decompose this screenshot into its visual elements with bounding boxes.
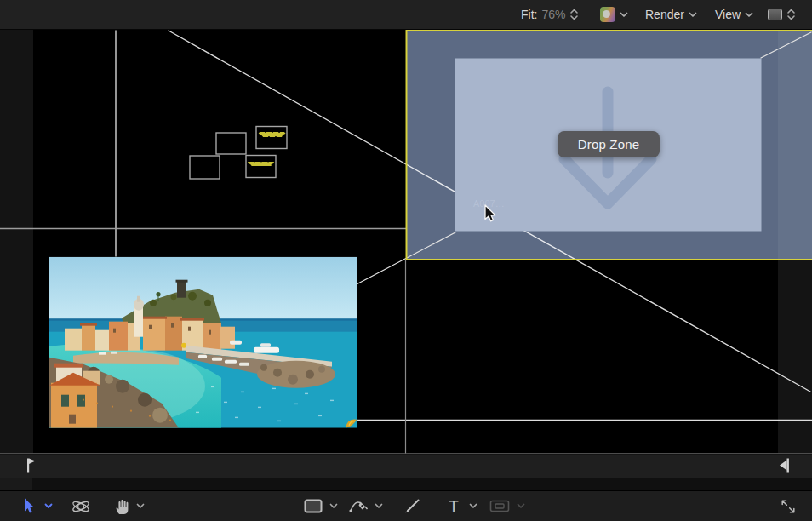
mask-tool-button-disabled — [489, 491, 511, 521]
text-tool-menu-chevron[interactable] — [467, 491, 479, 521]
canvas-toolbar: Fit: 76% Render View — [0, 0, 812, 30]
text-tool-button[interactable]: T — [446, 491, 461, 521]
chevron-down-icon — [329, 503, 338, 509]
chevron-down-icon — [469, 503, 477, 509]
select-arrow-icon — [23, 498, 36, 514]
hand-icon — [114, 498, 130, 515]
mask-rectangle-icon — [489, 500, 510, 512]
timeline-strip[interactable] — [0, 455, 812, 478]
expand-view-button[interactable] — [778, 491, 798, 521]
bezier-tool-button[interactable] — [347, 491, 369, 521]
transform-3d-tool-button[interactable] — [70, 491, 92, 521]
display-options-button[interactable] — [768, 0, 796, 29]
orbit-3d-icon — [71, 497, 91, 516]
drop-zone-label: Drop Zone — [558, 131, 660, 157]
chevron-down-icon — [620, 12, 628, 18]
paint-stroke-icon — [403, 498, 420, 515]
pan-tool-menu-chevron[interactable] — [134, 491, 146, 521]
mouse-cursor — [484, 204, 498, 223]
rectangle-shape-icon — [304, 499, 323, 513]
scribble-text — [260, 133, 283, 135]
expand-arrows-icon — [780, 498, 797, 515]
render-menu-label: Render — [645, 8, 684, 21]
pan-tool-button[interactable] — [112, 491, 131, 521]
display-icon — [768, 9, 782, 20]
view-menu[interactable]: View — [715, 0, 753, 29]
chevron-down-icon — [44, 503, 53, 509]
render-menu[interactable]: Render — [645, 0, 697, 29]
zoom-value: 76% — [541, 8, 565, 21]
mask-tool-menu-chevron-disabled — [515, 491, 527, 521]
motion-canvas-window: Fit: 76% Render View — [0, 0, 812, 521]
media-layer-photo[interactable] — [49, 257, 357, 428]
chevron-down-icon — [136, 503, 145, 509]
canvas-scene — [0, 30, 812, 455]
zoom-stepper-icon[interactable] — [569, 7, 579, 22]
timeline-substrip — [0, 478, 812, 490]
color-channels-button[interactable] — [600, 0, 628, 29]
play-range-out-marker[interactable] — [780, 459, 789, 473]
tool-palette: T — [0, 490, 812, 521]
view-menu-label: View — [715, 8, 741, 21]
bezier-pen-icon — [349, 498, 369, 515]
paint-stroke-tool-button[interactable] — [402, 491, 422, 521]
text-tool-icon: T — [449, 491, 459, 521]
display-stepper-icon — [786, 7, 796, 22]
fit-zoom-control[interactable]: Fit: 76% — [521, 0, 579, 29]
color-channels-icon — [600, 7, 615, 22]
canvas-viewport[interactable]: Drop Zone A007… — [0, 30, 812, 455]
chevron-down-icon — [375, 503, 383, 509]
fit-label: Fit: — [521, 8, 537, 21]
bezier-tool-menu-chevron[interactable] — [373, 491, 385, 521]
scribble-text — [249, 163, 272, 165]
chevron-down-icon — [689, 12, 697, 18]
chevron-down-icon — [517, 503, 525, 509]
select-tool-button[interactable] — [20, 491, 37, 521]
shape-tool-button[interactable] — [303, 491, 323, 521]
shape-tool-menu-chevron[interactable] — [328, 491, 340, 521]
play-range-in-marker[interactable] — [27, 459, 36, 473]
select-tool-menu-chevron[interactable] — [43, 491, 54, 521]
chevron-down-icon — [745, 12, 753, 18]
